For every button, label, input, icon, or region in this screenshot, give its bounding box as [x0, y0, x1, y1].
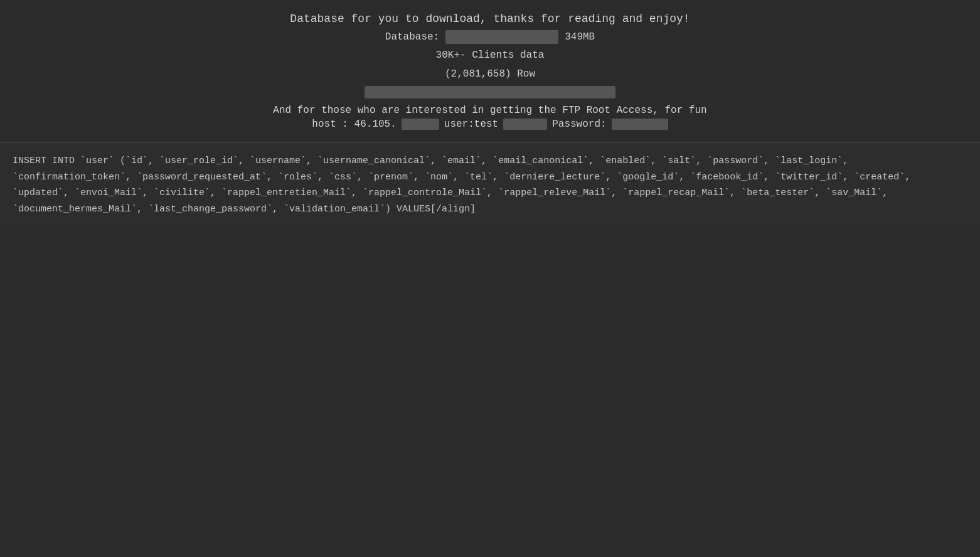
ftp-line: And for those who are interested in gett…	[0, 105, 980, 116]
top-section: Database for you to download, thanks for…	[0, 0, 980, 142]
host-label: host : 46.105.	[312, 119, 396, 130]
db-size: 349MB	[565, 31, 595, 43]
pass-redacted	[612, 119, 668, 130]
clients-line2: (2,081,658) Row	[0, 66, 980, 83]
clients-line1: 30K+- Clients data	[0, 48, 980, 64]
lower-area	[0, 230, 980, 544]
download-bar[interactable]	[365, 86, 615, 98]
db-info-line: Database: 349MB	[0, 30, 980, 44]
db-name-redacted	[445, 30, 558, 44]
user-redacted	[503, 119, 547, 130]
host-line: host : 46.105. user:test Password:	[0, 119, 980, 130]
pass-label: Password:	[552, 119, 606, 130]
db-label: Database:	[385, 31, 439, 43]
sql-block: INSERT INTO `user` (`id`, `user_role_id`…	[0, 142, 980, 230]
page-title: Database for you to download, thanks for…	[0, 13, 980, 25]
user-label: user:test	[444, 119, 498, 130]
host-redacted	[402, 119, 439, 130]
